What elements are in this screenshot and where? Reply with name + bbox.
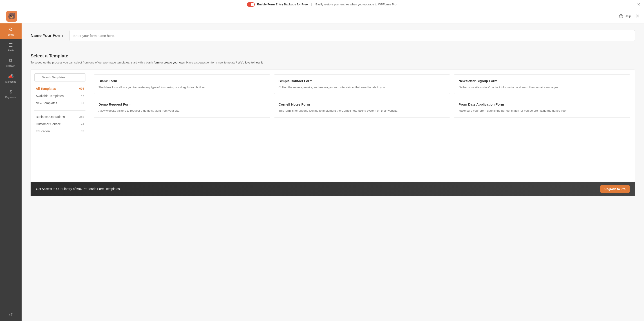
category-business-count: 368 <box>79 115 84 118</box>
category-customer-label: Customer Service <box>36 122 61 126</box>
template-desc-cornell: This form is for anyone looking to imple… <box>278 109 446 113</box>
template-area: 🔍 All Templates 694 Available Templates … <box>30 70 635 182</box>
template-card-newsletter[interactable]: Newsletter Signup Form Gather your site … <box>454 74 630 94</box>
select-template-section: Select a Template To speed up the proces… <box>30 53 635 65</box>
filter-available-templates[interactable]: Available Templates 47 <box>34 92 86 100</box>
template-card-cornell-notes[interactable]: Cornell Notes Form This form is for anyo… <box>274 98 450 118</box>
filter-new-count: 61 <box>81 101 84 105</box>
template-filter-list: All Templates 694 Available Templates 47… <box>34 85 86 107</box>
setup-icon: ⚙ <box>9 27 13 32</box>
category-customer-count: 74 <box>81 122 84 126</box>
create-own-link[interactable]: create your own <box>164 61 185 64</box>
top-banner: Enable Form Entry Backups for Free | Eas… <box>0 0 644 9</box>
banner-divider: | <box>311 3 312 7</box>
app-logo: 🐻 <box>4 9 19 24</box>
template-grid: Blank Form The blank form allows you to … <box>89 70 635 182</box>
filter-new-templates[interactable]: New Templates 61 <box>34 100 86 107</box>
sidebar-item-payments[interactable]: $ Payments <box>0 86 22 102</box>
sidebar-item-revisions[interactable]: ↺ <box>0 309 22 321</box>
category-list: Business Operations 368 Customer Service… <box>34 113 86 135</box>
template-card-simple-contact[interactable]: Simple Contact Form Collect the names, e… <box>274 74 450 94</box>
section-divider <box>30 48 635 48</box>
template-search-input[interactable] <box>34 73 86 82</box>
header-actions: ? Help ✕ <box>619 14 640 19</box>
sidebar-item-settings[interactable]: ⧉ Settings <box>0 55 22 71</box>
template-desc-demo: Allow website visitors to request a demo… <box>98 109 266 113</box>
marketing-icon: 📣 <box>8 74 14 79</box>
template-desc-contact: Collect the names, emails, and messages … <box>278 85 446 90</box>
upgrade-bar: Get Access to Our Library of 694 Pre-Mad… <box>30 182 635 196</box>
form-name-input[interactable] <box>70 30 635 41</box>
category-customer-service[interactable]: Customer Service 74 <box>34 120 86 128</box>
sidebar-bottom: ↺ <box>0 309 22 321</box>
filter-available-label: Available Templates <box>36 94 64 98</box>
sidebar-label-setup: Setup <box>8 33 14 36</box>
sidebar-item-fields[interactable]: ☰ Fields <box>0 39 22 55</box>
category-education-label: Education <box>36 129 50 133</box>
template-title-blank: Blank Form <box>98 79 266 83</box>
template-title-newsletter: Newsletter Signup Form <box>458 79 626 83</box>
fields-icon: ☰ <box>9 42 13 48</box>
sidebar-label-payments: Payments <box>6 96 16 99</box>
sidebar-label-marketing: Marketing <box>6 80 16 83</box>
template-title-prom: Prom Date Application Form <box>458 102 626 106</box>
filter-divider <box>34 110 86 111</box>
form-name-row: Name Your Form <box>30 30 635 41</box>
sidebar-label-settings: Settings <box>6 65 15 67</box>
template-desc-blank: The blank form allows you to create any … <box>98 85 266 90</box>
payments-icon: $ <box>10 89 12 95</box>
banner-bold-text: Enable Form Entry Backups for Free <box>257 3 308 6</box>
upgrade-to-pro-button[interactable]: Upgrade to Pro <box>600 185 630 193</box>
template-title-contact: Simple Contact Form <box>278 79 446 83</box>
template-title-cornell: Cornell Notes Form <box>278 102 446 106</box>
app-body: ⚙ Setup ☰ Fields ⧉ Settings 📣 Marketing … <box>0 24 644 321</box>
help-circle-icon: ? <box>619 14 623 18</box>
category-business-operations[interactable]: Business Operations 368 <box>34 113 86 120</box>
template-card-prom-date[interactable]: Prom Date Application Form Make sure you… <box>454 98 630 118</box>
filter-new-label: New Templates <box>36 101 57 105</box>
filter-all-label: All Templates <box>36 87 56 91</box>
sidebar: ⚙ Setup ☰ Fields ⧉ Settings 📣 Marketing … <box>0 24 22 321</box>
filter-available-count: 47 <box>81 94 84 98</box>
category-education-count: 62 <box>81 129 84 133</box>
sidebar-item-marketing[interactable]: 📣 Marketing <box>0 71 22 86</box>
sidebar-label-fields: Fields <box>8 49 14 52</box>
banner-close-button[interactable]: ✕ <box>637 3 640 7</box>
blank-form-link[interactable]: blank form <box>146 61 160 64</box>
template-desc-prom: Make sure your prom date is the perfect … <box>458 109 626 113</box>
template-card-blank-form[interactable]: Blank Form The blank form allows you to … <box>94 74 270 94</box>
help-label: Help <box>624 15 631 18</box>
category-business-label: Business Operations <box>36 115 65 119</box>
category-education[interactable]: Education 62 <box>34 128 86 135</box>
form-name-label: Name Your Form <box>30 33 63 38</box>
banner-description: Easily restore your entries when you upg… <box>316 3 397 6</box>
select-template-title: Select a Template <box>30 53 635 59</box>
hear-it-link[interactable]: We'd love to hear it <box>238 61 263 64</box>
entry-backup-toggle[interactable] <box>247 2 255 7</box>
search-wrapper: 🔍 <box>34 73 86 82</box>
template-title-demo: Demo Request Form <box>98 102 266 106</box>
revisions-icon: ↺ <box>9 312 13 318</box>
close-button[interactable]: ✕ <box>636 14 640 19</box>
banner-content: Enable Form Entry Backups for Free | Eas… <box>247 2 397 7</box>
upgrade-bar-text: Get Access to Our Library of 694 Pre-Mad… <box>36 187 598 191</box>
help-button[interactable]: ? Help <box>619 14 631 18</box>
filter-all-templates[interactable]: All Templates 694 <box>34 85 86 92</box>
sidebar-item-setup[interactable]: ⚙ Setup <box>0 24 22 39</box>
settings-icon: ⧉ <box>9 58 12 63</box>
filter-all-count: 694 <box>79 87 84 90</box>
main-content: Name Your Form Select a Template To spee… <box>22 24 644 321</box>
template-desc-newsletter: Gather your site visitors' contact infor… <box>458 85 626 90</box>
template-card-demo-request[interactable]: Demo Request Form Allow website visitors… <box>94 98 270 118</box>
select-template-description: To speed up the process you can select f… <box>30 60 635 65</box>
logo-bear-icon: 🐻 <box>6 11 17 22</box>
app-header: 🐻 ? Help ✕ <box>0 9 644 24</box>
template-filter-sidebar: 🔍 All Templates 694 Available Templates … <box>31 70 89 182</box>
